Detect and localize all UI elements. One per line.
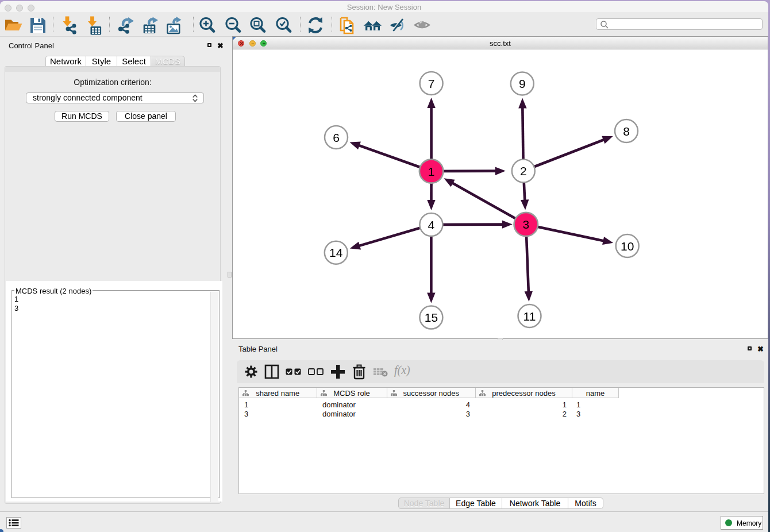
svg-text:10: 10 <box>621 240 634 253</box>
svg-text:2: 2 <box>520 164 527 178</box>
svg-text:4: 4 <box>428 218 435 232</box>
svg-text:6: 6 <box>333 131 340 144</box>
svg-text:7: 7 <box>428 77 435 90</box>
svg-text:3: 3 <box>522 218 529 231</box>
svg-text:14: 14 <box>329 246 343 259</box>
svg-text:9: 9 <box>519 77 526 90</box>
svg-text:11: 11 <box>523 310 536 323</box>
svg-text:8: 8 <box>623 125 630 138</box>
svg-text:15: 15 <box>425 311 438 324</box>
svg-text:1: 1 <box>428 165 435 178</box>
